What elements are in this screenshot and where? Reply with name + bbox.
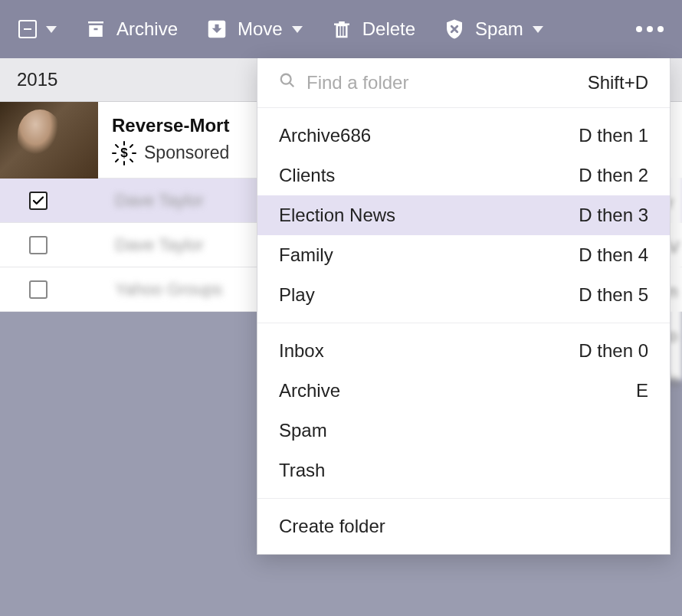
dot-icon	[636, 26, 642, 32]
folder-search-row: Find a folder Shift+D	[257, 58, 670, 108]
sponsored-label-row: $ Sponsored	[112, 141, 229, 165]
folder-item-clients[interactable]: Clients D then 2	[257, 156, 670, 195]
folder-shortcut: D then 2	[579, 165, 648, 186]
delete-button[interactable]: Delete	[330, 18, 415, 41]
user-folders-section: Archive686 D then 1 Clients D then 2 Ele…	[257, 108, 670, 323]
folder-shortcut: D then 1	[579, 125, 648, 146]
checkbox[interactable]	[29, 192, 48, 210]
folder-shortcut: D then 3	[579, 205, 648, 226]
folder-item-inbox[interactable]: Inbox D then 0	[257, 331, 670, 371]
system-folders-section: Inbox D then 0 Archive E Spam Trash	[257, 323, 670, 499]
folder-item-archive[interactable]: Archive E	[257, 371, 670, 411]
svg-point-8	[281, 74, 291, 84]
sponsored-title: Reverse-Mort	[112, 115, 229, 136]
folder-name: Archive686	[279, 125, 371, 146]
folder-name: Trash	[279, 460, 325, 481]
create-folder-button[interactable]: Create folder	[257, 506, 670, 546]
sender-name: Dave Taylor	[115, 235, 204, 255]
svg-line-5	[130, 159, 133, 162]
svg-line-9	[290, 83, 294, 87]
dot-icon	[647, 26, 653, 32]
folder-shortcut: D then 4	[579, 244, 648, 266]
sender-name: Dave Taylor	[115, 191, 204, 211]
archive-icon	[84, 18, 107, 41]
toolbar: Archive Move Delete Spam	[0, 0, 682, 58]
folder-item-election-news[interactable]: Election News D then 3	[257, 195, 670, 235]
folder-item-spam[interactable]: Spam	[257, 411, 670, 451]
folder-name: Inbox	[279, 340, 324, 362]
sponsored-thumbnail	[0, 102, 98, 179]
folder-item-archive686[interactable]: Archive686 D then 1	[257, 116, 670, 156]
trash-icon	[330, 18, 353, 41]
more-button[interactable]	[636, 26, 664, 32]
shield-x-icon	[443, 18, 466, 41]
move-dropdown: Find a folder Shift+D Archive686 D then …	[257, 58, 671, 555]
folder-item-play[interactable]: Play D then 5	[257, 275, 670, 315]
body-area: 2015 Reverse-Mort	[0, 58, 682, 616]
folder-name: Election News	[279, 205, 395, 226]
search-icon	[279, 72, 296, 93]
search-shortcut: Shift+D	[588, 72, 648, 93]
select-dropdown[interactable]	[18, 20, 57, 38]
folder-shortcut: E	[636, 380, 648, 401]
folder-name: Clients	[279, 165, 335, 186]
folder-item-family[interactable]: Family D then 4	[257, 235, 670, 275]
spam-label: Spam	[475, 18, 523, 40]
create-folder-label: Create folder	[279, 516, 385, 537]
sponsored-label-text: Sponsored	[144, 143, 229, 163]
archive-button[interactable]: Archive	[84, 18, 178, 41]
dollar-icon: $	[112, 141, 136, 165]
archive-label: Archive	[116, 18, 178, 40]
folder-name: Play	[279, 284, 315, 306]
spam-button[interactable]: Spam	[443, 18, 543, 41]
folder-name: Spam	[279, 420, 327, 441]
svg-line-7	[116, 159, 118, 162]
folder-item-trash[interactable]: Trash	[257, 451, 670, 490]
folder-name: Archive	[279, 380, 340, 401]
checkbox[interactable]	[29, 280, 48, 299]
move-icon	[205, 18, 228, 41]
folder-shortcut: D then 0	[579, 340, 648, 362]
svg-line-6	[130, 145, 133, 147]
move-label: Move	[238, 18, 283, 40]
chevron-down-icon	[46, 26, 57, 33]
folder-search-input[interactable]: Find a folder	[307, 72, 588, 93]
select-box-icon	[18, 20, 37, 38]
checkbox[interactable]	[29, 236, 48, 254]
chevron-down-icon	[292, 26, 303, 33]
folder-name: Family	[279, 244, 333, 266]
move-button[interactable]: Move	[205, 18, 303, 41]
sender-name: Yahoo Groups	[115, 280, 222, 300]
delete-label: Delete	[362, 18, 415, 40]
chevron-down-icon	[533, 26, 543, 33]
svg-line-4	[116, 145, 118, 147]
folder-shortcut: D then 5	[579, 284, 648, 306]
dot-icon	[657, 26, 664, 32]
sponsored-content: Reverse-Mort	[98, 102, 243, 178]
create-folder-section: Create folder	[257, 499, 670, 554]
